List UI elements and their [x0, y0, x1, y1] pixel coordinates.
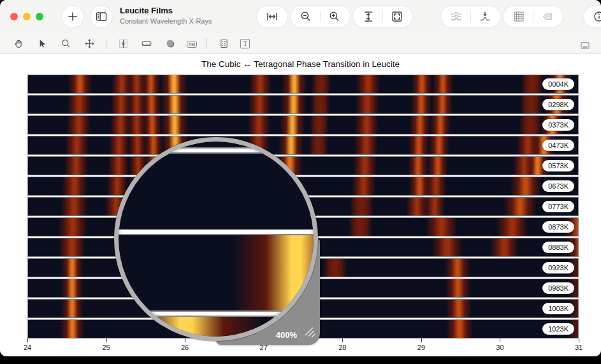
strip-temperature-label: 0923K — [542, 262, 574, 273]
titlebar-toolbar — [257, 6, 601, 27]
chart-canvas: The Cubic ↔ Tetragonal Phase Transition … — [0, 54, 601, 356]
pan-hand-icon[interactable] — [11, 36, 25, 50]
film-strip: 0373K — [27, 115, 579, 135]
strip-temperature-label: 0673K — [542, 180, 574, 192]
axis-tick-label: 29 — [417, 344, 425, 351]
strip-temperature-label: 0573K — [542, 160, 574, 171]
chart-title: The Cubic ↔ Tetragonal Phase Transition … — [0, 59, 601, 69]
tools-row: hkl T — [0, 33, 601, 54]
strip-temperature-label: 0298K — [542, 99, 574, 110]
zoom-in-icon[interactable] — [328, 10, 342, 24]
new-plus-button[interactable] — [62, 6, 83, 27]
tag-icon[interactable] — [540, 10, 554, 24]
sidebar-toggle-icon — [94, 10, 108, 24]
axis-tick — [106, 339, 107, 342]
axis-tick — [579, 339, 579, 342]
strip-temperature-label: 0883K — [542, 242, 574, 253]
axis-tick-label: 28 — [338, 344, 346, 351]
axis-tick-label: 31 — [575, 344, 583, 351]
loupe-zoom-label: 400% — [276, 330, 297, 340]
toolbar-group-zoom — [291, 6, 350, 27]
toolbar-group-fit-width — [257, 6, 287, 27]
film-strip — [114, 234, 318, 312]
title-bar: Leucite Films Constant-Wavelength X-Rays — [0, 0, 601, 33]
peak-slider-icon[interactable] — [116, 36, 130, 50]
toolbar-group-fit — [353, 6, 412, 27]
strip-temperature-label: 1023K — [542, 323, 574, 335]
app-window: Leucite Films Constant-Wavelength X-Rays — [0, 0, 601, 356]
axis-tick-label: 25 — [102, 344, 110, 351]
select-arrow-icon[interactable] — [35, 36, 49, 50]
strip-temperature-label: 0983K — [542, 282, 574, 294]
window-title: Leucite Films — [120, 5, 212, 17]
strip-temperature-label: 0004K — [542, 78, 574, 90]
zoom-out-icon[interactable] — [299, 10, 313, 24]
hkl-labels-icon[interactable]: hkl — [187, 38, 197, 49]
toolbar-group-curves — [441, 6, 500, 27]
strip-temperature-label: 0373K — [542, 119, 574, 131]
peak-pick-icon[interactable] — [478, 10, 492, 24]
window-title-block: Leucite Films Constant-Wavelength X-Rays — [120, 5, 212, 25]
axis-tick — [500, 339, 500, 342]
traffic-lights — [10, 13, 43, 20]
toolbar-group-info-settings — [584, 6, 601, 27]
close-button[interactable] — [10, 13, 18, 20]
axis-tick-label: 30 — [496, 344, 503, 351]
fit-height-icon[interactable] — [361, 10, 375, 24]
zoom-magnifier-icon[interactable] — [59, 36, 73, 50]
expand-icon[interactable] — [390, 10, 404, 24]
loupe-tool-icon[interactable] — [163, 36, 177, 50]
minimize-button[interactable] — [23, 13, 31, 20]
waterfall-curves-icon[interactable] — [449, 10, 463, 24]
strip-temperature-label: 0473K — [542, 140, 574, 151]
film-strip: 0298K — [27, 95, 579, 114]
data-list-icon[interactable] — [217, 36, 231, 50]
strip-temperature-label: 0873K — [542, 221, 574, 233]
strip-temperature-label: 1003K — [542, 303, 574, 314]
caption-box-icon[interactable] — [578, 38, 592, 52]
loupe-magnified-strips — [114, 137, 318, 341]
loupe-magnifier[interactable] — [114, 137, 318, 341]
ruler-icon[interactable] — [140, 36, 154, 50]
text-tool-icon[interactable]: T — [240, 39, 250, 48]
text-tool-label: T — [240, 39, 250, 48]
move-icon[interactable] — [82, 36, 96, 50]
axis-tick — [185, 339, 185, 342]
film-strip: 0004K — [27, 75, 579, 94]
toolbar-group-grid-tag — [503, 6, 563, 27]
axis-tick-label: 24 — [24, 344, 31, 351]
fit-width-icon[interactable] — [265, 10, 279, 24]
axis-tick-label: 26 — [181, 344, 189, 351]
film-strip: 0473K — [27, 136, 579, 155]
strip-temperature-label: 0773K — [542, 201, 574, 212]
axis-tick — [421, 339, 422, 342]
axis-tick — [342, 339, 343, 342]
fullscreen-button[interactable] — [36, 13, 43, 20]
loupe-resize-handle[interactable] — [303, 325, 315, 340]
film-strip: 0573K — [27, 156, 579, 175]
hkl-badge-label: hkl — [187, 41, 197, 48]
axis-tick — [27, 339, 28, 342]
info-icon[interactable] — [592, 10, 601, 24]
sidebar-toggle-button[interactable] — [91, 6, 112, 27]
window-subtitle: Constant-Wavelength X-Rays — [120, 17, 212, 25]
grid-icon[interactable] — [512, 10, 526, 24]
plus-icon — [66, 10, 80, 24]
